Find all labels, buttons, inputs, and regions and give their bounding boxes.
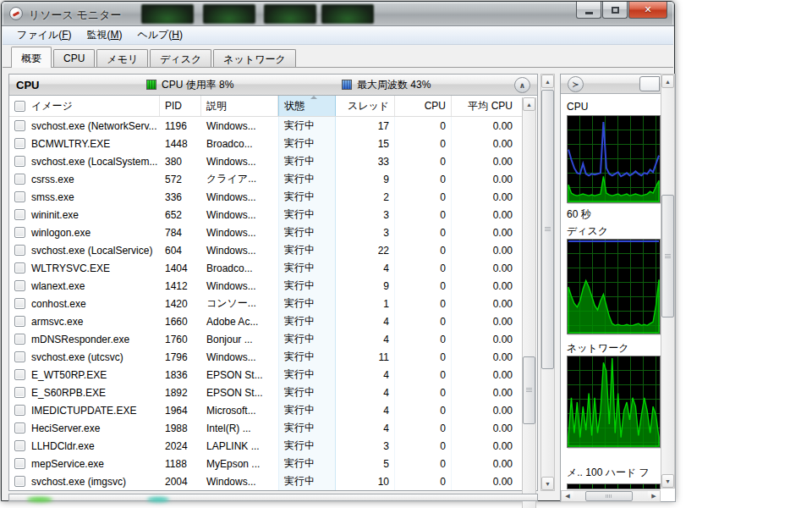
overview-vertical-scrollbar[interactable]: ▲ ▼ (540, 74, 555, 491)
process-threads: 4 (336, 330, 395, 348)
process-status: 実行中 (278, 117, 336, 135)
row-checkbox[interactable] (14, 156, 25, 167)
column-header-image[interactable]: イメージ (9, 96, 160, 116)
table-scrollbar-thumb[interactable] (523, 356, 535, 424)
process-desc: Windows... (201, 206, 278, 224)
table-row[interactable]: E_S60RPB.EXE 1892 EPSON St... 実行中 4 0 0.… (9, 384, 523, 401)
next-section-header[interactable] (8, 494, 538, 501)
table-row[interactable]: E_WT50RP.EXE 1836 EPSON St... 実行中 4 0 0.… (9, 366, 523, 384)
column-header-pid[interactable]: PID (160, 96, 201, 116)
row-checkbox[interactable] (14, 174, 25, 185)
row-checkbox[interactable] (14, 458, 25, 469)
row-checkbox[interactable] (14, 191, 25, 202)
row-checkbox[interactable] (14, 369, 25, 380)
process-threads: 3 (336, 224, 395, 241)
table-row[interactable]: armsvc.exe 1660 Adobe Ac... 実行中 4 0 0.00 (9, 312, 523, 330)
table-row[interactable]: mDNSResponder.exe 1760 Bonjour ... 実行中 4… (9, 330, 523, 348)
row-checkbox[interactable] (14, 280, 25, 291)
column-header-desc[interactable]: 説明 (201, 96, 278, 116)
row-checkbox[interactable] (14, 120, 25, 131)
row-checkbox[interactable] (14, 351, 25, 362)
menu-help[interactable]: ヘルプ(H) (129, 26, 190, 44)
title-bar[interactable]: リソース モニター ✕ (2, 2, 674, 26)
scroll-right-icon[interactable]: ▶ (648, 491, 660, 501)
scroll-up-icon[interactable]: ▲ (661, 75, 674, 88)
cpu-section-title: CPU (16, 79, 146, 91)
cpu-section-header[interactable]: CPU CPU 使用率 8% 最大周波数 43% ∧ (9, 75, 537, 96)
row-checkbox[interactable] (14, 316, 25, 327)
process-threads: 2 (336, 188, 395, 206)
row-checkbox[interactable] (14, 245, 25, 256)
row-checkbox[interactable] (14, 422, 25, 433)
scroll-down-icon[interactable]: ▼ (541, 477, 554, 490)
column-header-avg-cpu[interactable]: 平均 CPU (452, 96, 518, 116)
process-avg-cpu: 0.00 (452, 295, 518, 312)
table-row[interactable]: svchost.exe (LocalService) 604 Windows..… (9, 241, 523, 259)
row-checkbox[interactable] (14, 440, 25, 451)
process-status: 実行中 (278, 206, 336, 224)
scroll-left-icon[interactable]: ◀ (562, 491, 573, 501)
row-checkbox[interactable] (14, 387, 25, 398)
menu-file[interactable]: ファイル(F) (9, 26, 79, 44)
table-row[interactable]: csrss.exe 572 クライア... 実行中 9 0 0.00 (9, 170, 523, 188)
table-row[interactable]: mepService.exe 1188 MyEpson ... 実行中 5 0 … (9, 455, 523, 472)
expand-panel-button[interactable]: ≻ (568, 76, 584, 92)
row-checkbox[interactable] (14, 227, 25, 238)
table-row[interactable]: BCMWLTRY.EXE 1448 Broadco... 実行中 15 0 0.… (9, 135, 523, 152)
process-name: winlogon.exe (31, 227, 91, 239)
graphs-scrollbar-thumb[interactable] (661, 195, 674, 318)
collapse-section-button[interactable]: ∧ (514, 77, 530, 93)
row-checkbox[interactable] (14, 334, 25, 345)
table-row[interactable]: HeciServer.exe 1988 Intel(R) ... 実行中 4 0… (9, 419, 523, 437)
tab-overview[interactable]: 概要 (11, 47, 52, 68)
scroll-up-icon[interactable]: ▲ (541, 75, 554, 88)
graphs-hscrollbar-thumb[interactable] (585, 491, 633, 501)
row-checkbox[interactable] (14, 138, 25, 149)
glass-glow (27, 497, 52, 502)
maximize-button[interactable] (602, 2, 628, 19)
process-name: conhost.exe (31, 298, 86, 310)
process-cpu: 0 (395, 295, 452, 312)
table-row[interactable]: conhost.exe 1420 コンソー... 実行中 1 0 0.00 (9, 295, 523, 312)
panel-partial-button[interactable] (639, 76, 660, 91)
scroll-up-icon[interactable]: ▲ (523, 97, 535, 111)
tab-disk[interactable]: ディスク (150, 49, 211, 67)
column-header-threads[interactable]: スレッド (336, 96, 395, 116)
tab-network[interactable]: ネットワーク (213, 49, 295, 67)
table-row[interactable]: wininit.exe 652 Windows... 実行中 3 0 0.00 (9, 206, 523, 224)
column-header-cpu[interactable]: CPU (395, 96, 452, 116)
table-row[interactable]: LLHDCldr.exe 2024 LAPLINK ... 実行中 3 0 0.… (9, 437, 523, 455)
table-row[interactable]: IMEDICTUPDATE.EXE 1964 Microsoft... 実行中 … (9, 401, 523, 419)
column-header-status[interactable]: 状態 (278, 96, 336, 116)
graphs-vertical-scrollbar[interactable]: ▲ ▼ (661, 74, 675, 489)
row-checkbox[interactable] (14, 298, 25, 309)
table-row[interactable]: wlanext.exe 1412 Windows... 実行中 9 0 0.00 (9, 277, 523, 295)
row-checkbox[interactable] (14, 405, 25, 416)
maximize-icon (612, 7, 619, 14)
table-row[interactable]: svchost.exe (imgsvc) 2004 Windows... 実行中… (9, 472, 523, 490)
table-vertical-scrollbar[interactable]: ▲ ▼ (522, 97, 536, 508)
graphs-horizontal-scrollbar[interactable]: ◀ ▶ (561, 490, 661, 502)
table-row[interactable]: svchost.exe (NetworkServ... 1196 Windows… (9, 117, 523, 135)
table-row[interactable]: smss.exe 336 Windows... 実行中 2 0 0.00 (9, 188, 523, 206)
tab-cpu[interactable]: CPU (53, 49, 95, 67)
table-row[interactable]: WLTRYSVC.EXE 1404 Broadco... 実行中 4 0 0.0… (9, 259, 523, 277)
tab-memory[interactable]: メモリ (96, 49, 148, 67)
close-button[interactable]: ✕ (628, 2, 667, 19)
cpu-graph (567, 115, 661, 203)
scroll-down-icon[interactable]: ▼ (661, 474, 674, 488)
process-pid: 604 (160, 241, 201, 259)
minimize-button[interactable] (576, 2, 601, 19)
process-threads: 3 (336, 437, 395, 455)
overview-scrollbar-thumb[interactable] (541, 90, 554, 369)
process-cpu: 0 (395, 455, 452, 472)
table-row[interactable]: svchost.exe (utcsvc) 1796 Windows... 実行中… (9, 348, 523, 366)
table-row[interactable]: svchost.exe (LocalSystem... 380 Windows.… (9, 152, 523, 170)
process-pid: 1796 (160, 348, 201, 366)
menu-monitor[interactable]: 監視(M) (79, 26, 129, 44)
table-row[interactable]: winlogon.exe 784 Windows... 実行中 3 0 0.00 (9, 224, 523, 241)
row-checkbox[interactable] (14, 262, 25, 273)
row-checkbox[interactable] (14, 476, 25, 487)
row-checkbox[interactable] (14, 209, 25, 220)
select-all-checkbox[interactable] (14, 101, 25, 112)
